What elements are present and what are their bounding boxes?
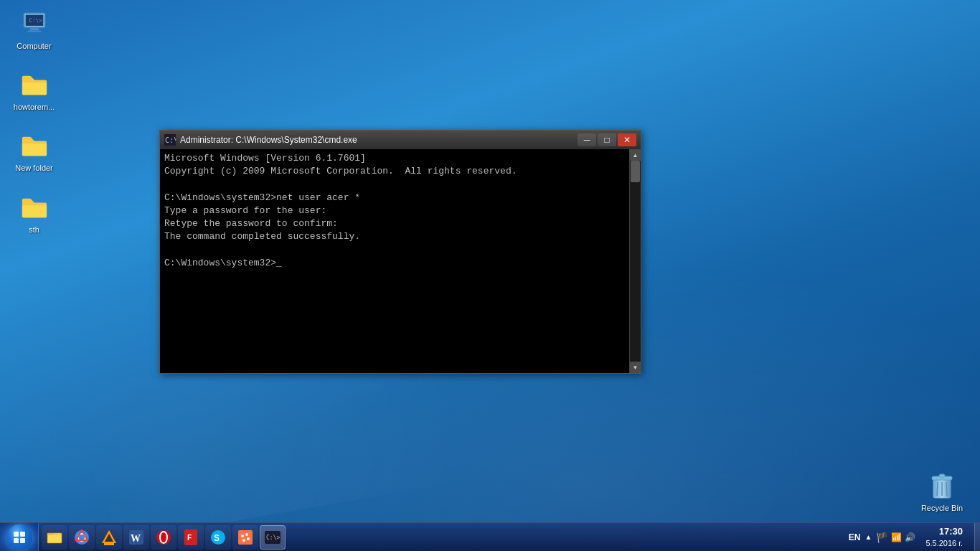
svg-rect-17 (20, 532, 25, 537)
word-icon: W (128, 529, 145, 546)
taskbar-app-explorer[interactable] (42, 525, 67, 550)
cmd-titlebar-buttons: ─ □ ✕ (578, 133, 636, 146)
scrollbar-track (630, 161, 641, 362)
cmd-close-button[interactable]: ✕ (618, 133, 636, 146)
desktop-icon-computer[interactable]: C:\>_ Computer (7, 7, 61, 54)
opera-icon (155, 529, 172, 546)
taskbar-app-paint[interactable] (232, 525, 258, 550)
taskbar-date: 5.5.2016 г. (925, 538, 963, 548)
svg-line-12 (946, 482, 947, 496)
tray-volume-icon[interactable]: 🔊 (905, 532, 915, 542)
desktop-icon-howtoremove[interactable]: howtorem... (7, 68, 61, 115)
cmd-window: C:\ Administrator: C:\Windows\System32\c… (159, 130, 641, 374)
taskbar-app-cmd[interactable]: C:\> (260, 525, 286, 550)
cmd-scrollbar[interactable]: ▲ ▼ (629, 149, 641, 373)
desktop-icon-sth[interactable]: sth (7, 191, 61, 237)
svg-rect-3 (27, 31, 41, 32)
folder2-icon (20, 132, 49, 161)
computer-icon: C:\>_ (20, 10, 49, 39)
svg-rect-16 (14, 532, 19, 537)
recycle-bin-label: Recycle Bin (921, 504, 963, 512)
scrollbar-thumb[interactable] (631, 161, 640, 182)
paint-icon (237, 529, 254, 546)
svg-rect-9 (939, 474, 945, 477)
svg-point-35 (241, 534, 244, 537)
scrollbar-down-arrow[interactable]: ▼ (630, 362, 641, 373)
svg-text:C:\>: C:\> (266, 534, 280, 541)
recycle-bin-icon[interactable]: Recycle Bin (918, 466, 966, 515)
svg-point-38 (242, 539, 245, 542)
howtoremove-icon-label: howtorem... (14, 103, 55, 112)
svg-rect-19 (20, 538, 25, 543)
cmd-titlebar[interactable]: C:\ Administrator: C:\Windows\System32\c… (160, 131, 641, 149)
start-button[interactable] (0, 523, 39, 551)
start-orb (6, 524, 32, 550)
svg-text:C:\>_: C:\>_ (29, 17, 45, 24)
cmd-content-area[interactable]: Microsoft Windows [Version 6.1.7601] Cop… (160, 149, 629, 373)
tray-network-icon[interactable]: 📶 (891, 532, 902, 542)
scrollbar-up-arrow[interactable]: ▲ (630, 149, 641, 161)
taskbar-tray-arrow[interactable]: ▲ (864, 533, 872, 541)
taskbar-app-chrome[interactable] (69, 525, 95, 550)
folder1-icon (20, 71, 49, 100)
taskbar-time: 17:30 (939, 526, 963, 538)
svg-rect-25 (104, 543, 114, 545)
taskbar-clock[interactable]: 17:30 5.5.2016 г. (920, 526, 969, 548)
taskbar-app-foxit[interactable]: F (178, 525, 204, 550)
tray-flag-icon[interactable]: 🏴 (876, 532, 888, 543)
cmd-taskbar-icon: C:\> (264, 529, 281, 546)
cmd-titlebar-icon: C:\ (164, 134, 176, 146)
svg-point-37 (247, 537, 250, 540)
folder3-icon (20, 194, 49, 222)
taskbar-tray-area: EN ▲ 🏴 📶 🔊 17:30 5.5.2016 г. (843, 523, 974, 551)
vlc-icon (100, 529, 118, 546)
taskbar-system-tray: 🏴 📶 🔊 (876, 532, 915, 543)
chrome-icon (73, 529, 90, 546)
svg-rect-34 (238, 530, 253, 545)
sth-icon-label: sth (29, 225, 39, 235)
taskbar-apps: W F (39, 523, 843, 551)
desktop-icon-newfolder[interactable]: New folder (7, 129, 61, 176)
taskbar-app-opera[interactable] (151, 525, 176, 550)
taskbar-app-vlc[interactable] (96, 525, 122, 550)
svg-point-36 (245, 533, 248, 536)
cmd-title-text: Administrator: C:\Windows\System32\cmd.e… (180, 135, 578, 145)
svg-rect-18 (14, 538, 19, 543)
cmd-maximize-button[interactable]: □ (598, 133, 616, 146)
desktop-icons: C:\>_ Computer howtorem... New folder (7, 7, 61, 237)
newfolder-icon-label: New folder (15, 164, 53, 173)
svg-point-24 (79, 534, 85, 540)
svg-rect-21 (48, 535, 61, 542)
svg-text:W: W (131, 533, 141, 544)
cmd-body: Microsoft Windows [Version 6.1.7601] Cop… (160, 149, 641, 373)
show-desktop-button[interactable] (974, 523, 980, 551)
foxit-icon: F (182, 529, 199, 546)
taskbar-app-word[interactable]: W (123, 525, 149, 550)
svg-text:S: S (214, 533, 220, 543)
explorer-icon (46, 529, 63, 546)
taskbar-app-skype[interactable]: S (205, 525, 231, 550)
taskbar: W F (0, 522, 980, 551)
taskbar-lang[interactable]: EN (849, 532, 861, 542)
svg-text:C:\: C:\ (165, 136, 176, 144)
svg-line-10 (937, 482, 938, 496)
cmd-minimize-button[interactable]: ─ (578, 133, 596, 146)
svg-text:F: F (187, 534, 192, 542)
computer-icon-label: Computer (17, 42, 51, 51)
svg-rect-2 (30, 28, 38, 31)
skype-icon: S (209, 529, 227, 546)
